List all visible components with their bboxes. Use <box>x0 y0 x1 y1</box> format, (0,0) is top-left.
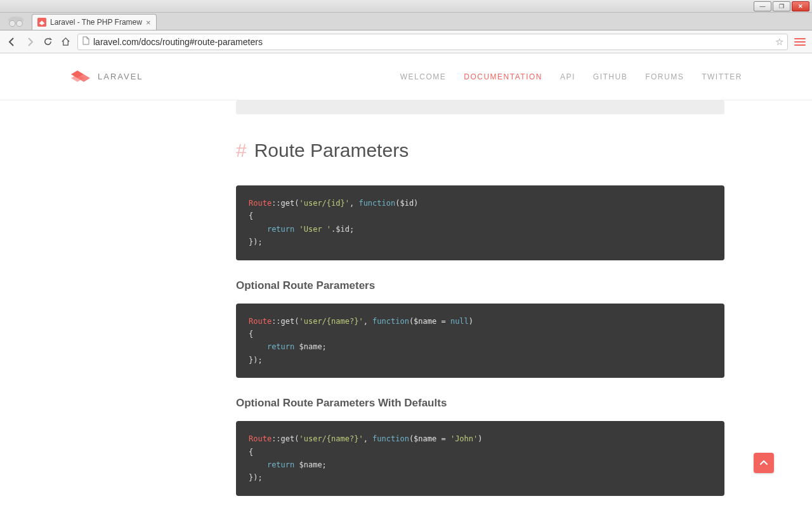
browser-tab-active[interactable]: Laravel - The PHP Framew × <box>32 14 157 30</box>
chrome-menu-button[interactable] <box>794 38 806 46</box>
browser-toolbar: laravel.com/docs/routing#route-parameter… <box>0 30 812 53</box>
reload-button[interactable] <box>42 36 53 48</box>
laravel-logo-icon <box>70 67 91 87</box>
svg-point-2 <box>16 20 22 26</box>
page-icon <box>82 36 89 47</box>
code-block-3: Route::get('user/{name?}', function($nam… <box>236 421 724 496</box>
code-block-1: Route::get('user/{id}', function($id) { … <box>236 185 724 260</box>
url-text: laravel.com/docs/routing#route-parameter… <box>93 37 263 47</box>
anchor-hash-icon[interactable]: # <box>236 140 247 161</box>
svg-point-1 <box>10 20 15 26</box>
subheading-optional-params: Optional Route Parameters <box>236 279 724 292</box>
nav-github[interactable]: GITHUB <box>593 72 627 81</box>
nav-twitter[interactable]: TWITTER <box>702 72 742 81</box>
window-close-button[interactable]: ✕ <box>792 1 809 11</box>
sidebar-placeholder <box>0 100 236 508</box>
forward-button[interactable] <box>24 36 36 48</box>
tab-close-icon[interactable]: × <box>146 18 151 27</box>
nav-api[interactable]: API <box>560 72 575 81</box>
section-heading: # Route Parameters <box>236 140 724 161</box>
bookmark-star-icon[interactable]: ☆ <box>775 36 783 48</box>
window-minimize-button[interactable]: — <box>754 1 771 11</box>
tab-title: Laravel - The PHP Framew <box>50 18 142 27</box>
site-brand-text: LARAVEL <box>98 72 143 81</box>
site-logo[interactable]: LARAVEL <box>70 67 143 87</box>
scroll-to-top-button[interactable] <box>754 453 774 473</box>
nav-welcome[interactable]: WELCOME <box>400 72 447 81</box>
nav-forums[interactable]: FORUMS <box>645 72 684 81</box>
back-button[interactable] <box>6 36 18 48</box>
home-button[interactable] <box>60 36 71 48</box>
address-bar[interactable]: laravel.com/docs/routing#route-parameter… <box>77 34 788 50</box>
incognito-icon <box>6 14 25 28</box>
page-scroll-area[interactable]: LARAVEL WELCOME DOCUMENTATION API GITHUB… <box>0 53 812 508</box>
top-navigation: WELCOME DOCUMENTATION API GITHUB FORUMS … <box>400 72 742 81</box>
section-title-text: Route Parameters <box>254 140 409 161</box>
subheading-optional-defaults: Optional Route Parameters With Defaults <box>236 397 724 410</box>
window-maximize-button[interactable]: ❐ <box>773 1 790 11</box>
window-titlebar: — ❐ ✕ <box>0 0 812 13</box>
site-header: LARAVEL WELCOME DOCUMENTATION API GITHUB… <box>0 53 812 100</box>
browser-tabstrip: Laravel - The PHP Framew × <box>0 13 812 30</box>
code-block-2: Route::get('user/{name?}', function($nam… <box>236 304 724 378</box>
favicon-icon <box>37 18 46 27</box>
content-stub-input[interactable] <box>236 100 724 114</box>
main-content: # Route Parameters Route::get('user/{id}… <box>236 100 724 508</box>
background-tab-blur <box>169 21 171 30</box>
nav-documentation[interactable]: DOCUMENTATION <box>464 72 542 81</box>
